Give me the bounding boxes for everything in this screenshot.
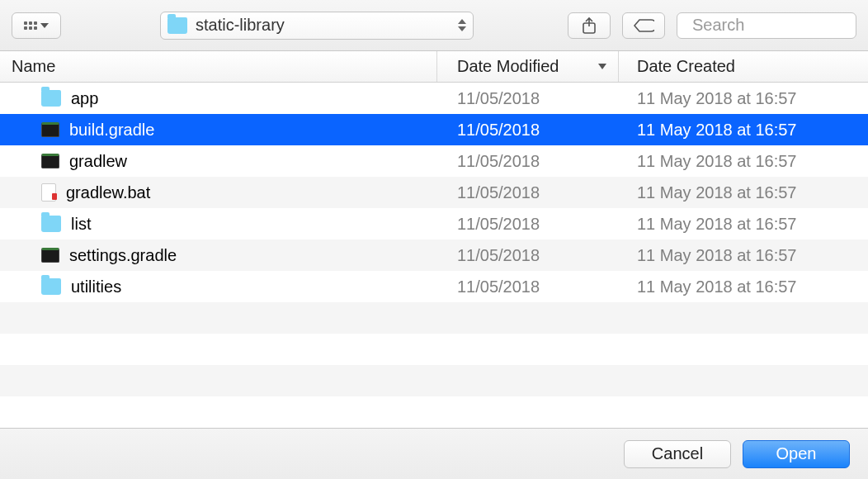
column-created-label: Date Created — [637, 57, 735, 76]
file-name-label: settings.gradle — [69, 246, 177, 265]
terminal-file-icon — [41, 154, 59, 168]
file-modified-cell: 11/05/2018 — [437, 183, 619, 202]
file-created-cell: 11 May 2018 at 16:57 — [619, 121, 868, 140]
terminal-file-icon — [41, 122, 59, 137]
tag-button[interactable] — [622, 12, 665, 39]
folder-icon — [41, 216, 61, 232]
file-modified-cell: 11/05/2018 — [437, 121, 619, 140]
file-name-label: app — [71, 89, 98, 108]
search-input[interactable] — [692, 16, 868, 35]
cancel-button[interactable]: Cancel — [624, 440, 731, 468]
file-row[interactable]: utilities11/05/201811 May 2018 at 16:57 — [0, 271, 868, 302]
file-row[interactable]: settings.gradle11/05/201811 May 2018 at … — [0, 240, 868, 271]
file-row[interactable]: gradlew.bat11/05/201811 May 2018 at 16:5… — [0, 177, 868, 208]
column-name-label: Name — [12, 57, 55, 76]
folder-icon — [41, 278, 61, 295]
path-dropdown[interactable]: static-library — [160, 12, 474, 40]
column-header-modified[interactable]: Date Modified — [437, 51, 619, 82]
file-name-label: list — [71, 215, 91, 234]
file-created-cell: 11 May 2018 at 16:57 — [619, 215, 868, 234]
chevron-down-icon — [40, 23, 49, 28]
grid-icon — [24, 21, 37, 30]
sort-chevron-down-icon — [598, 64, 606, 69]
file-name-cell: utilities — [0, 277, 437, 296]
column-header-created[interactable]: Date Created — [619, 51, 868, 82]
file-name-cell: gradlew — [0, 152, 437, 171]
file-name-cell: build.gradle — [0, 121, 437, 140]
cancel-label: Cancel — [652, 444, 703, 463]
file-created-cell: 11 May 2018 at 16:57 — [619, 277, 868, 296]
file-row[interactable]: build.gradle11/05/201811 May 2018 at 16:… — [0, 114, 868, 145]
file-name-label: utilities — [71, 277, 121, 296]
file-name-cell: app — [0, 89, 437, 108]
script-file-icon — [41, 183, 56, 202]
footer: Cancel Open — [0, 428, 868, 479]
file-created-cell: 11 May 2018 at 16:57 — [619, 152, 868, 171]
open-label: Open — [776, 444, 817, 463]
column-header-name[interactable]: Name — [0, 51, 437, 82]
folder-icon — [167, 17, 187, 34]
file-name-cell: gradlew.bat — [0, 183, 437, 202]
share-button[interactable] — [568, 12, 611, 39]
file-row[interactable]: app11/05/201811 May 2018 at 16:57 — [0, 83, 868, 114]
tag-icon — [633, 18, 654, 33]
toolbar: static-library — [0, 0, 868, 51]
file-modified-cell: 11/05/2018 — [437, 89, 619, 108]
path-label: static-library — [196, 16, 450, 35]
view-mode-button[interactable] — [12, 12, 61, 39]
file-name-cell: list — [0, 215, 437, 234]
file-row[interactable]: gradlew11/05/201811 May 2018 at 16:57 — [0, 145, 868, 177]
column-modified-label: Date Modified — [457, 57, 559, 76]
file-row[interactable]: list11/05/201811 May 2018 at 16:57 — [0, 208, 868, 240]
column-headers: Name Date Modified Date Created — [0, 51, 868, 83]
file-created-cell: 11 May 2018 at 16:57 — [619, 183, 868, 202]
file-name-label: gradlew — [69, 152, 127, 171]
file-created-cell: 11 May 2018 at 16:57 — [619, 89, 868, 108]
open-button[interactable]: Open — [743, 440, 850, 468]
file-modified-cell: 11/05/2018 — [437, 152, 619, 171]
file-name-cell: settings.gradle — [0, 246, 437, 265]
file-created-cell: 11 May 2018 at 16:57 — [619, 246, 868, 265]
terminal-file-icon — [41, 248, 59, 263]
share-icon — [581, 17, 597, 35]
file-modified-cell: 11/05/2018 — [437, 277, 619, 296]
search-field[interactable] — [677, 12, 856, 39]
updown-icon — [458, 19, 466, 31]
file-modified-cell: 11/05/2018 — [437, 215, 619, 234]
file-list: app11/05/201811 May 2018 at 16:57build.g… — [0, 83, 868, 428]
file-name-label: gradlew.bat — [66, 183, 150, 202]
file-modified-cell: 11/05/2018 — [437, 246, 619, 265]
folder-icon — [41, 90, 61, 107]
file-name-label: build.gradle — [69, 121, 154, 140]
